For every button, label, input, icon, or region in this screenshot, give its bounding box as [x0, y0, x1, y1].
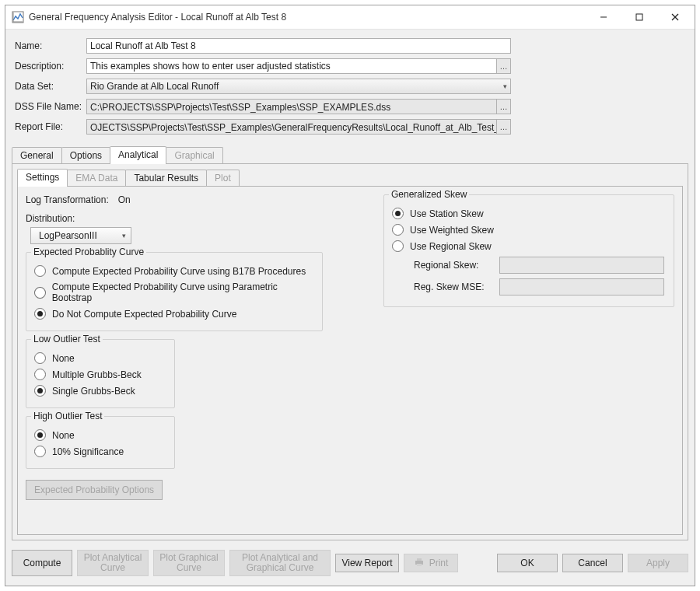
cancel-button[interactable]: Cancel: [562, 554, 623, 572]
expected-option-none[interactable]: Do Not Compute Expected Probability Curv…: [34, 308, 314, 320]
low-outlier-group: Low Outlier Test None Multiple Grubbs-Be…: [26, 339, 175, 408]
low-outlier-label: None: [52, 353, 75, 364]
low-outlier-label: Single Grubbs-Beck: [52, 386, 135, 397]
dss-file-field: C:\PROJECTS\SSP\Projects\Test\SSP_Exampl…: [86, 99, 497, 114]
settings-panel: Log Transformation: On Distribution: Log…: [17, 187, 683, 535]
minimize-button[interactable]: [586, 5, 621, 29]
expected-option-label: Do Not Compute Expected Probability Curv…: [52, 309, 236, 320]
low-outlier-multiple-gb[interactable]: Multiple Grubbs-Beck: [34, 369, 166, 380]
maximize-icon: [635, 13, 643, 21]
name-field[interactable]: [86, 38, 511, 54]
svg-rect-4: [636, 14, 642, 20]
description-field[interactable]: [86, 58, 497, 74]
low-outlier-label: Multiple Grubbs-Beck: [52, 369, 142, 380]
subtab-plot: Plot: [206, 170, 240, 187]
regional-skew-field: [499, 257, 664, 274]
skew-regional[interactable]: Use Regional Skew: [392, 240, 666, 252]
plot-graphical-label: Plot Graphical Curve: [159, 553, 218, 573]
radio-icon: [34, 429, 46, 441]
plot-both-button: Plot Analytical and Graphical Curve: [229, 550, 331, 576]
high-outlier-10pct[interactable]: 10% Significance: [34, 446, 166, 457]
radio-icon: [34, 265, 46, 277]
radio-icon: [34, 352, 46, 364]
app-icon: [12, 11, 24, 23]
distribution-label: Distribution:: [26, 213, 368, 224]
low-outlier-single-gb[interactable]: Single Grubbs-Beck: [34, 385, 166, 397]
radio-icon: [392, 224, 404, 236]
button-bar: Compute Plot Analytical Curve Plot Graph…: [5, 545, 695, 586]
high-outlier-group: High Outlier Test None 10% Significance: [26, 416, 175, 469]
radio-icon: [34, 446, 46, 457]
print-label: Print: [429, 558, 449, 568]
high-outlier-label: 10% Significance: [52, 446, 124, 457]
plot-analytical-label: Plot Analytical Curve: [84, 553, 142, 573]
tab-options[interactable]: Options: [61, 147, 110, 164]
ellipsis-icon: …: [500, 62, 508, 71]
expected-option-b17b[interactable]: Compute Expected Probability Curve using…: [34, 265, 314, 277]
ok-button[interactable]: OK: [497, 554, 558, 572]
expected-probability-options-button: Expected Probability Options: [26, 480, 163, 500]
ellipsis-icon: …: [500, 123, 508, 131]
plot-analytical-button: Plot Analytical Curve: [77, 550, 149, 576]
subtab-tabular-results[interactable]: Tabular Results: [125, 170, 207, 187]
data-set-select[interactable]: Rio Grande at Alb Local Runoff ▾: [86, 79, 511, 94]
low-outlier-none[interactable]: None: [34, 352, 166, 364]
skew-option-label: Use Weighted Skew: [410, 225, 494, 236]
subtab-settings[interactable]: Settings: [17, 169, 68, 187]
radio-icon: [392, 240, 404, 252]
svg-rect-9: [417, 564, 422, 566]
window: General Frequency Analysis Editor - Loca…: [5, 5, 695, 586]
radio-icon: [34, 308, 46, 320]
expected-option-label: Compute Expected Probability Curve using…: [52, 282, 314, 303]
window-title: General Frequency Analysis Editor - Loca…: [29, 12, 286, 23]
data-set-value: Rio Grande at Alb Local Runoff: [90, 79, 219, 94]
regional-skew-label: Regional Skew:: [414, 260, 499, 271]
report-file-browse-button[interactable]: …: [497, 119, 511, 135]
plot-graphical-button: Plot Graphical Curve: [153, 550, 225, 576]
expected-option-bootstrap[interactable]: Compute Expected Probability Curve using…: [34, 282, 314, 303]
skew-station[interactable]: Use Station Skew: [392, 208, 666, 219]
expected-option-label: Compute Expected Probability Curve using…: [52, 266, 306, 277]
minimize-icon: [600, 13, 607, 21]
distribution-select[interactable]: LogPearsonIII ▾: [30, 227, 131, 244]
description-browse-button[interactable]: …: [497, 58, 511, 74]
header-form: Name: Description: … Data Set: Rio Grand…: [5, 30, 695, 142]
radio-icon: [392, 208, 404, 219]
dss-file-label: DSS File Name:: [15, 101, 86, 112]
subtab-ema-data: EMA Data: [67, 170, 126, 187]
chevron-down-icon: ▾: [503, 79, 507, 94]
settings-right-column: Generalized Skew Use Station Skew Use We…: [383, 194, 674, 522]
log-transformation-label: Log Transformation:: [26, 194, 109, 205]
name-label: Name:: [15, 40, 86, 51]
tab-analytical[interactable]: Analytical: [110, 146, 166, 164]
plot-both-label: Plot Analytical and Graphical Curve: [242, 553, 318, 573]
skew-weighted[interactable]: Use Weighted Skew: [392, 224, 666, 236]
apply-button: Apply: [628, 554, 688, 572]
tab-graphical: Graphical: [166, 147, 222, 164]
skew-option-label: Use Regional Skew: [410, 241, 492, 252]
close-button[interactable]: [657, 5, 693, 29]
low-outlier-legend: Low Outlier Test: [31, 334, 103, 344]
compute-button[interactable]: Compute: [12, 550, 72, 576]
settings-left-column: Log Transformation: On Distribution: Log…: [26, 194, 368, 522]
main-tab-body: Settings EMA Data Tabular Results Plot L…: [12, 164, 688, 540]
sub-tabstrip: Settings EMA Data Tabular Results Plot: [17, 169, 683, 187]
data-set-label: Data Set:: [15, 81, 86, 92]
svg-rect-8: [417, 558, 422, 561]
report-file-field: OJECTS\SSP\Projects\Test\SSP_Examples\Ge…: [86, 119, 497, 135]
skew-option-label: Use Station Skew: [410, 208, 484, 219]
dss-file-browse-button[interactable]: …: [497, 99, 511, 114]
view-report-button[interactable]: View Report: [335, 554, 399, 572]
maximize-button[interactable]: [621, 5, 657, 29]
high-outlier-label: None: [52, 430, 75, 441]
tab-general[interactable]: General: [12, 147, 62, 164]
report-file-label: Report File:: [15, 121, 86, 132]
high-outlier-none[interactable]: None: [34, 429, 166, 441]
log-transformation-value: On: [118, 194, 131, 205]
chevron-down-icon: ▾: [122, 232, 126, 240]
print-button: Print: [404, 554, 458, 572]
generalized-skew-group: Generalized Skew Use Station Skew Use We…: [383, 194, 674, 307]
ellipsis-icon: …: [500, 103, 508, 111]
close-icon: [671, 13, 679, 21]
reg-skew-mse-label: Reg. Skew MSE:: [414, 282, 499, 292]
